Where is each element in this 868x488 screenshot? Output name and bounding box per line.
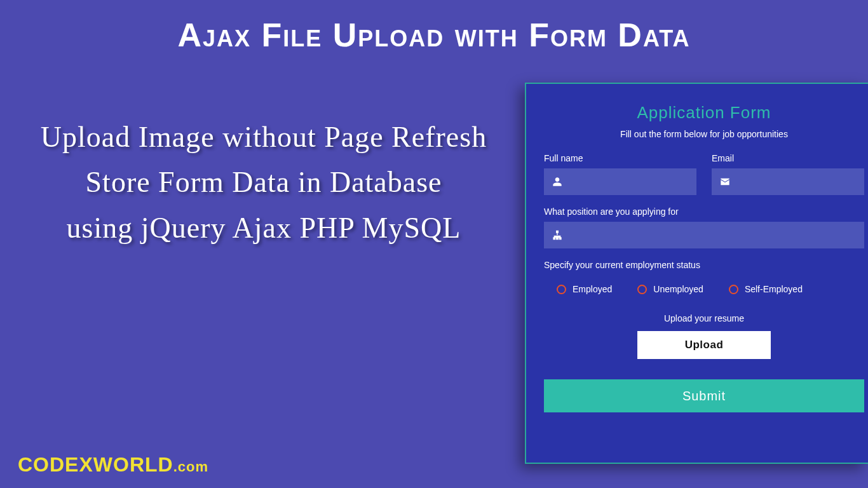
radio-unemployed[interactable]: Unemployed bbox=[637, 284, 703, 294]
form-subtitle: Fill out the form below for job opportun… bbox=[544, 129, 864, 139]
promo-subtext: Upload Image without Page Refresh Store … bbox=[16, 114, 512, 250]
user-icon bbox=[544, 177, 571, 187]
radio-circle-icon bbox=[729, 285, 738, 294]
radio-circle-icon bbox=[557, 285, 566, 294]
page-title: Ajax File Upload with Form Data bbox=[0, 0, 868, 54]
brand-name: CODEXWORLD bbox=[18, 453, 173, 476]
application-form-panel: Application Form Fill out the form below… bbox=[525, 83, 868, 464]
upload-button[interactable]: Upload bbox=[637, 331, 771, 359]
fullname-label: Full name bbox=[544, 153, 696, 163]
radio-self-employed[interactable]: Self-Employed bbox=[729, 284, 803, 294]
radio-self-employed-label: Self-Employed bbox=[745, 284, 803, 294]
sitemap-icon bbox=[544, 230, 571, 240]
brand-logo: CODEXWORLD.com bbox=[18, 453, 208, 477]
radio-circle-icon bbox=[637, 285, 647, 294]
brand-tld: .com bbox=[173, 459, 208, 475]
upload-label: Upload your resume bbox=[544, 313, 864, 323]
radio-employed-label: Employed bbox=[573, 284, 612, 294]
email-label: Email bbox=[712, 153, 864, 163]
email-input[interactable] bbox=[738, 177, 864, 187]
radio-employed[interactable]: Employed bbox=[557, 284, 612, 294]
submit-button[interactable]: Submit bbox=[544, 379, 864, 412]
subtext-line3: using jQuery Ajax PHP MySQL bbox=[16, 205, 512, 250]
radio-unemployed-label: Unemployed bbox=[653, 284, 703, 294]
position-input[interactable] bbox=[571, 230, 864, 240]
form-title: Application Form bbox=[544, 103, 864, 123]
position-label: What position are you applying for bbox=[544, 207, 864, 217]
subtext-line1: Upload Image without Page Refresh bbox=[16, 114, 512, 159]
fullname-input[interactable] bbox=[571, 177, 696, 187]
envelope-icon bbox=[712, 177, 738, 187]
status-label: Specify your current employment status bbox=[544, 260, 864, 270]
subtext-line2: Store Form Data in Database bbox=[16, 159, 512, 205]
